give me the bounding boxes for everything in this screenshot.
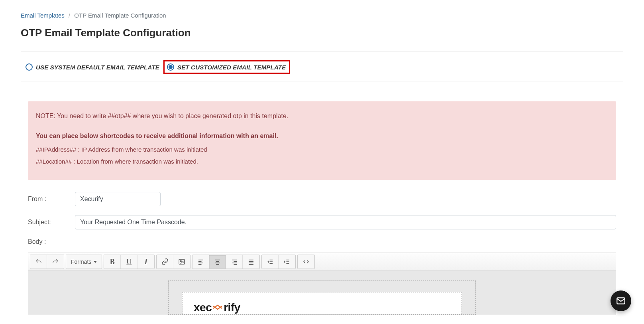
align-right-button[interactable] — [226, 255, 243, 269]
outdent-button[interactable] — [262, 255, 279, 269]
bold-button[interactable]: B — [104, 255, 121, 269]
underline-button[interactable]: U — [121, 255, 137, 269]
editor-content-area[interactable]: xec rify — [28, 271, 616, 315]
alert-shortcode-ip: ##IPAddress## : IP Address from where tr… — [36, 145, 608, 154]
envelope-icon — [212, 304, 223, 312]
radio-default-template[interactable]: USE SYSTEM DEFAULT EMAIL TEMPLATE — [26, 63, 159, 71]
breadcrumb-current: OTP Email Template Configuration — [74, 12, 166, 19]
image-button[interactable] — [173, 255, 190, 269]
radio-icon — [26, 63, 33, 71]
from-row: From : — [28, 192, 616, 206]
breadcrumb-separator: / — [69, 12, 70, 19]
italic-button[interactable]: I — [137, 255, 154, 269]
bold-icon: B — [110, 258, 115, 266]
image-icon — [178, 258, 185, 265]
template-mode-radio-group: USE SYSTEM DEFAULT EMAIL TEMPLATE SET CU… — [21, 60, 623, 81]
chat-fab[interactable] — [611, 290, 631, 311]
info-alert: NOTE: You need to write ##otp## where yo… — [28, 101, 616, 180]
source-code-button[interactable] — [298, 255, 314, 269]
redo-icon — [52, 258, 59, 265]
body-label: Body : — [28, 238, 616, 245]
indent-button[interactable] — [279, 255, 295, 269]
align-right-icon — [231, 258, 238, 265]
breadcrumb-parent-link[interactable]: Email Templates — [21, 12, 65, 19]
radio-custom-template[interactable]: SET CUSTOMIZED EMAIL TEMPLATE — [167, 63, 286, 71]
align-left-button[interactable] — [192, 255, 209, 269]
rich-text-editor: Formats B U I — [28, 253, 616, 315]
code-icon — [302, 258, 310, 265]
brand-logo: xec rify — [194, 301, 450, 314]
chat-icon — [616, 296, 626, 306]
align-center-button[interactable] — [209, 255, 226, 269]
divider — [21, 51, 623, 51]
alert-shortcode-location: ##Location## : Location from where trans… — [36, 157, 608, 166]
brand-pre: xec — [194, 301, 212, 314]
align-justify-icon — [247, 258, 255, 265]
undo-icon — [35, 258, 42, 265]
from-input[interactable] — [75, 192, 161, 206]
highlight-box: SET CUSTOMIZED EMAIL TEMPLATE — [163, 60, 290, 74]
formats-label: Formats — [71, 259, 91, 265]
indent-icon — [283, 258, 291, 265]
link-icon — [161, 258, 169, 265]
underline-icon: U — [126, 258, 132, 266]
caret-down-icon — [94, 261, 97, 263]
subject-row: Subject: — [28, 215, 616, 229]
svg-marker-21 — [267, 261, 269, 263]
radio-default-label: USE SYSTEM DEFAULT EMAIL TEMPLATE — [36, 64, 159, 71]
radio-icon-selected — [167, 63, 174, 71]
subject-label: Subject: — [28, 219, 75, 226]
from-label: From : — [28, 196, 75, 203]
alert-bold: You can place below shortcodes to receiv… — [36, 131, 608, 141]
radio-custom-label: SET CUSTOMIZED EMAIL TEMPLATE — [177, 64, 286, 71]
alert-note: NOTE: You need to write ##otp## where yo… — [36, 111, 608, 121]
page-title: OTP Email Template Configuration — [21, 27, 623, 39]
align-left-icon — [197, 258, 204, 265]
svg-marker-25 — [285, 261, 286, 263]
redo-button[interactable] — [47, 255, 64, 269]
italic-icon: I — [145, 258, 147, 266]
brand-post: rify — [224, 301, 240, 314]
svg-point-1 — [181, 261, 182, 262]
mail-preview-frame: xec rify — [168, 281, 476, 315]
formats-dropdown[interactable]: Formats — [66, 255, 102, 269]
align-center-icon — [214, 258, 221, 265]
breadcrumb: Email Templates / OTP Email Template Con… — [21, 12, 623, 19]
editor-toolbar: Formats B U I — [28, 253, 616, 271]
subject-input[interactable] — [75, 215, 616, 229]
align-justify-button[interactable] — [243, 255, 259, 269]
outdent-icon — [267, 258, 274, 265]
mail-preview-inner: xec rify — [182, 292, 462, 314]
undo-button[interactable] — [30, 255, 47, 269]
link-button[interactable] — [157, 255, 173, 269]
